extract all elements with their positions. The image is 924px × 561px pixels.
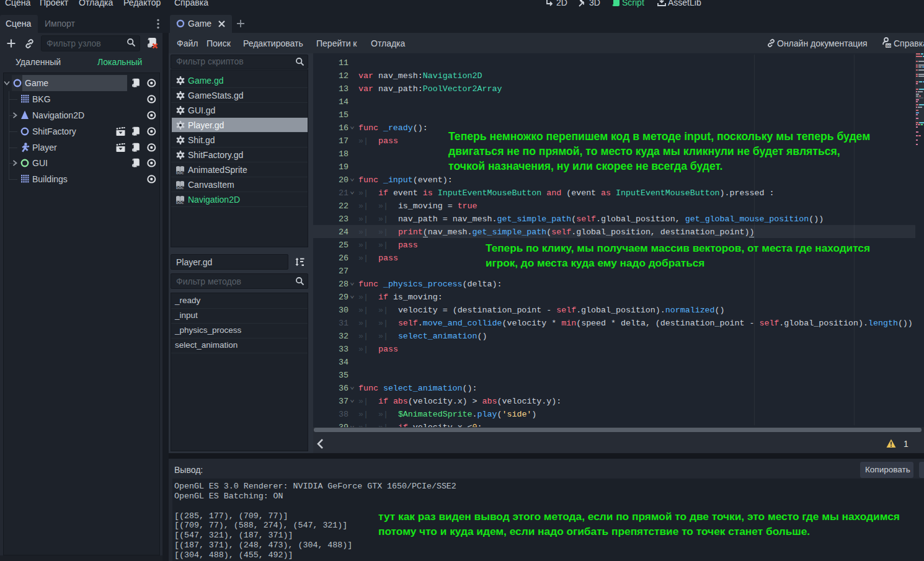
svg-text:DOC: DOC [176,201,184,204]
svg-text:DOC: DOC [176,186,184,189]
svg-text:DOC: DOC [176,171,184,174]
